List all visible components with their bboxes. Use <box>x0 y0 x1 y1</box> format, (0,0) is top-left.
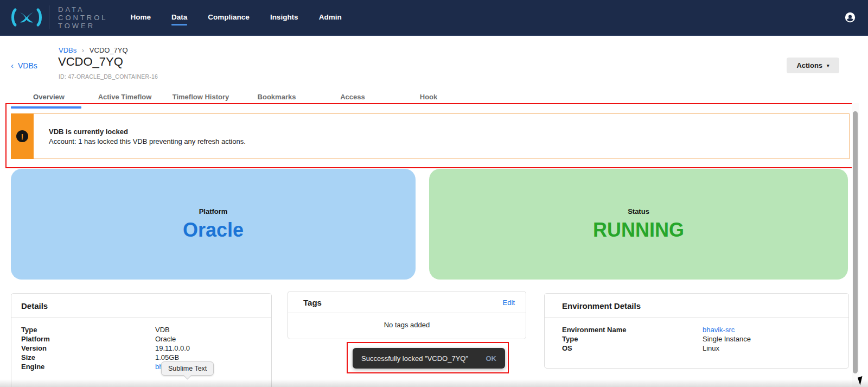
nav-item-data[interactable]: Data <box>171 10 187 26</box>
page-title: VCDO_7YQ <box>58 55 123 69</box>
wordmark-line: CONTROL <box>58 14 108 22</box>
status-card-value: RUNNING <box>593 219 684 242</box>
breadcrumb-separator-icon: › <box>82 46 84 54</box>
platform-card-label: Platform <box>199 207 228 215</box>
tags-card: Tags Edit No tags added <box>288 291 526 339</box>
brand-wordmark: DATA CONTROL TOWER <box>58 5 108 30</box>
wordmark-line: DATA <box>58 5 108 14</box>
active-tab-underline <box>11 106 81 109</box>
status-summary-card: Status RUNNING <box>429 169 848 280</box>
alert-exclamation-icon: ! <box>16 130 28 142</box>
vdb-locked-warning-banner: ! VDB is currently locked Account: 1 has… <box>11 113 850 159</box>
details-card-header: Details <box>11 294 271 318</box>
back-link-label: VDBs <box>18 61 37 70</box>
os-tooltip: Sublime Text <box>161 361 214 376</box>
environment-name-link[interactable]: bhavik-src <box>703 325 735 334</box>
bottom-edge-shadow <box>0 379 868 387</box>
nav-item-compliance[interactable]: Compliance <box>208 10 250 26</box>
environment-row-name: Environment Name bhavik-src <box>562 325 848 334</box>
tab-timeflow-history[interactable]: Timeflow History <box>163 91 239 106</box>
user-account-icon[interactable] <box>844 11 856 23</box>
details-label: Engine <box>21 362 155 371</box>
tab-access[interactable]: Access <box>315 91 391 106</box>
details-label: Size <box>21 353 155 362</box>
delphix-x-logo-icon <box>10 5 43 29</box>
breadcrumb: VDBs › VCDO_7YQ <box>59 46 128 54</box>
environment-label: Environment Name <box>562 325 703 334</box>
toast-ok-button[interactable]: OK <box>486 354 497 363</box>
environment-value: Linux <box>703 344 719 353</box>
top-navigation-bar: DATA CONTROL TOWER Home Data Compliance … <box>0 0 868 36</box>
details-row-type: Type VDB <box>21 325 271 334</box>
warning-banner-strip: ! <box>11 113 34 159</box>
wordmark-line: TOWER <box>58 22 108 30</box>
warning-banner-body: VDB is currently locked Account: 1 has l… <box>34 113 850 159</box>
nav-item-home[interactable]: Home <box>131 10 151 26</box>
details-row-platform: Platform Oracle <box>21 334 271 344</box>
details-row-engine: Engine bhavik- <box>21 362 271 371</box>
tags-edit-link[interactable]: Edit <box>503 299 515 307</box>
details-label: Type <box>21 325 155 334</box>
tab-bar: Overview Active Timeflow Timeflow Histor… <box>11 91 467 106</box>
back-to-vdbs-link[interactable]: ‹ VDBs <box>11 61 37 70</box>
warning-banner-title: VDB is currently locked <box>49 128 849 136</box>
environment-label: OS <box>562 344 703 353</box>
page-id-label: ID: 47-ORACLE_DB_CONTAINER-16 <box>59 73 158 80</box>
back-chevron-icon: ‹ <box>11 61 14 70</box>
environment-row-os: OS Linux <box>562 344 848 353</box>
details-row-size: Size 1.05GB <box>21 353 271 362</box>
details-card: Details Type VDB Platform Oracle Version… <box>11 293 272 387</box>
brand-divider <box>49 5 49 29</box>
environment-value: Single Instance <box>703 334 751 344</box>
environment-card-title: Environment Details <box>562 301 641 310</box>
status-card-label: Status <box>628 207 649 215</box>
nav-item-admin[interactable]: Admin <box>319 10 342 26</box>
environment-rows: Environment Name bhavik-src Type Single … <box>545 318 848 353</box>
platform-card-value: Oracle <box>183 219 244 242</box>
platform-summary-card: Platform Oracle <box>11 169 416 280</box>
details-value: Oracle <box>155 334 176 344</box>
warning-banner-message: Account: 1 has locked this VDB preventin… <box>49 137 849 145</box>
scrollbar-thumb[interactable] <box>853 111 858 373</box>
brand: DATA CONTROL TOWER <box>10 5 108 30</box>
actions-button[interactable]: Actions ▾ <box>787 58 839 73</box>
environment-label: Type <box>562 334 703 344</box>
tags-card-title: Tags <box>303 298 322 307</box>
tags-empty-text: No tags added <box>288 313 526 329</box>
details-value: 1.05GB <box>155 353 179 362</box>
details-label: Version <box>21 344 155 353</box>
details-value: 19.11.0.0.0 <box>155 344 190 353</box>
environment-details-card: Environment Details Environment Name bha… <box>544 293 849 369</box>
details-label: Platform <box>21 334 155 344</box>
tab-overview[interactable]: Overview <box>11 91 87 106</box>
nav-item-insights[interactable]: Insights <box>270 10 298 26</box>
environment-row-type: Type Single Instance <box>562 334 848 344</box>
breadcrumb-current: VCDO_7YQ <box>90 46 128 54</box>
actions-button-label: Actions <box>796 61 822 69</box>
tab-bookmarks[interactable]: Bookmarks <box>239 91 315 106</box>
tab-hook[interactable]: Hook <box>391 91 467 106</box>
dropdown-caret-icon: ▾ <box>827 63 829 68</box>
toast-message: Successfully locked "VCDO_7YQ" <box>361 354 468 363</box>
details-card-title: Details <box>21 301 48 310</box>
breadcrumb-root-link[interactable]: VDBs <box>59 46 76 54</box>
details-row-version: Version 19.11.0.0.0 <box>21 344 271 353</box>
environment-card-header: Environment Details <box>545 294 848 318</box>
tab-active-timeflow[interactable]: Active Timeflow <box>87 91 163 106</box>
tags-card-header: Tags Edit <box>288 291 526 313</box>
lock-success-toast: Successfully locked "VCDO_7YQ" OK <box>353 348 505 369</box>
details-rows: Type VDB Platform Oracle Version 19.11.0… <box>11 318 271 371</box>
details-value: VDB <box>155 325 170 334</box>
nav-menu: Home Data Compliance Insights Admin <box>131 10 342 26</box>
